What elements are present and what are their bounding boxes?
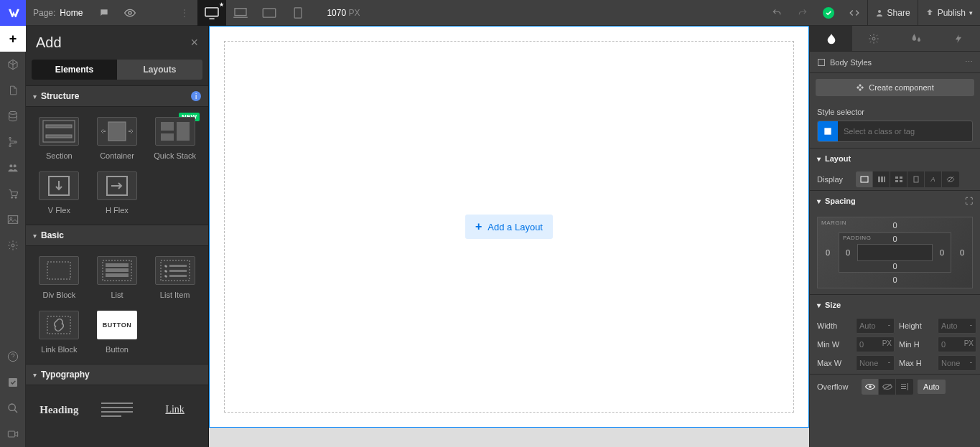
close-icon[interactable]: × xyxy=(190,35,198,50)
element-paragraph[interactable] xyxy=(88,390,146,436)
overflow-scroll[interactable] xyxy=(896,379,913,395)
svg-rect-41 xyxy=(169,275,187,277)
canvas-body[interactable]: + Add a Layout xyxy=(209,26,809,428)
spacing-section[interactable]: ▾Spacing⛶ xyxy=(810,191,980,211)
redo-icon[interactable] xyxy=(790,0,816,26)
menu-dots-icon[interactable]: ⋮ xyxy=(172,0,197,26)
overflow-visible[interactable] xyxy=(862,379,879,395)
section-typography[interactable]: ▾ Typography xyxy=(26,364,208,385)
element-link[interactable]: Link xyxy=(146,390,204,436)
padding-top[interactable]: 0 xyxy=(892,235,897,243)
comments-icon[interactable] xyxy=(91,0,117,26)
display-block[interactable] xyxy=(856,171,873,187)
layout-section[interactable]: ▾Layout xyxy=(810,149,980,169)
selector-icon xyxy=(818,121,838,141)
element-v-flex[interactable]: V Flex xyxy=(30,166,88,220)
svg-rect-49 xyxy=(824,128,831,134)
create-component-button[interactable]: Create component xyxy=(816,79,974,96)
navigator-icon[interactable] xyxy=(0,129,26,155)
mobile-device[interactable] xyxy=(284,0,312,26)
cube-icon[interactable] xyxy=(0,52,26,77)
undo-icon[interactable] xyxy=(764,0,790,26)
audit-icon[interactable] xyxy=(0,370,26,395)
padding-bottom[interactable]: 0 xyxy=(892,262,897,270)
overflow-label: Overflow xyxy=(817,382,857,391)
style-tab[interactable] xyxy=(810,26,852,51)
svg-rect-2 xyxy=(235,8,246,15)
margin-label: MARGIN xyxy=(821,220,846,226)
element-list-item[interactable]: List Item xyxy=(146,250,204,305)
laptop-device[interactable] xyxy=(226,0,255,26)
pages-icon[interactable] xyxy=(0,77,26,103)
svg-rect-45 xyxy=(101,411,133,413)
status-ok-icon[interactable] xyxy=(823,7,834,19)
display-flex[interactable] xyxy=(873,171,890,187)
help-icon[interactable] xyxy=(0,344,26,370)
interactions-tab[interactable] xyxy=(895,26,938,51)
settings-tab[interactable] xyxy=(852,26,895,51)
element-section[interactable]: Section xyxy=(30,111,88,166)
tablet-device[interactable] xyxy=(255,0,284,26)
element-h-flex[interactable]: H Flex xyxy=(88,166,146,220)
element-list[interactable]: List xyxy=(88,250,146,305)
desktop-device[interactable]: ★ xyxy=(197,0,226,26)
svg-rect-25 xyxy=(161,122,174,131)
preview-icon[interactable] xyxy=(117,0,143,26)
assets-icon[interactable] xyxy=(0,207,26,232)
overflow-auto[interactable]: Auto xyxy=(918,380,946,394)
svg-rect-4 xyxy=(295,7,302,17)
add-layout-button[interactable]: + Add a Layout xyxy=(465,215,553,239)
element-quick-stack[interactable]: NEW Quick Stack xyxy=(146,111,204,166)
element-link-block[interactable]: Link Block xyxy=(30,305,88,359)
display-none[interactable] xyxy=(942,171,959,187)
share-button[interactable]: Share xyxy=(867,0,918,26)
margin-top[interactable]: 0 xyxy=(892,221,897,230)
element-button[interactable]: BUTTON Button xyxy=(88,305,146,359)
display-inline-block[interactable] xyxy=(907,171,925,187)
size-section[interactable]: ▾Size xyxy=(810,295,980,315)
tab-elements[interactable]: Elements xyxy=(32,60,117,80)
settings-icon[interactable] xyxy=(0,232,26,258)
video-icon[interactable] xyxy=(0,421,26,447)
cms-icon[interactable] xyxy=(0,103,26,129)
svg-rect-26 xyxy=(177,122,190,141)
add-tab[interactable]: + xyxy=(0,26,26,52)
margin-bottom[interactable]: 0 xyxy=(892,276,897,284)
page-name[interactable]: Home xyxy=(60,8,91,18)
width-label: Width xyxy=(817,321,851,330)
code-icon[interactable] xyxy=(841,0,867,26)
canvas-width: 1070 PX xyxy=(312,8,374,18)
svg-point-19 xyxy=(9,404,15,410)
section-structure[interactable]: ▾ Structure i xyxy=(26,85,208,107)
display-grid[interactable] xyxy=(890,171,907,187)
expand-icon[interactable]: ⛶ xyxy=(965,197,973,205)
users-icon[interactable] xyxy=(0,155,26,181)
height-label: Height xyxy=(899,321,933,330)
info-icon[interactable]: i xyxy=(191,91,201,101)
tab-layouts[interactable]: Layouts xyxy=(117,60,202,80)
section-basic[interactable]: ▾ Basic xyxy=(26,225,208,246)
element-heading[interactable]: Heading xyxy=(30,390,88,436)
padding-right[interactable]: 0 xyxy=(940,248,944,257)
svg-rect-56 xyxy=(895,180,898,182)
element-div-block[interactable]: Div Block xyxy=(30,250,88,305)
publish-button[interactable]: Publish ▾ xyxy=(918,0,980,26)
overflow-hidden[interactable] xyxy=(879,379,896,395)
ecommerce-icon[interactable] xyxy=(0,181,26,207)
svg-rect-14 xyxy=(8,216,17,224)
svg-rect-50 xyxy=(861,177,868,182)
minh-label: Min H xyxy=(899,340,933,349)
element-container[interactable]: Container xyxy=(88,111,146,166)
svg-point-38 xyxy=(164,270,167,273)
webflow-logo[interactable] xyxy=(0,0,26,26)
effects-tab[interactable] xyxy=(938,26,980,51)
svg-rect-24 xyxy=(108,122,126,141)
svg-point-7 xyxy=(9,137,11,139)
padding-left[interactable]: 0 xyxy=(846,248,850,257)
style-selector-input[interactable] xyxy=(817,121,973,142)
margin-left[interactable]: 0 xyxy=(826,248,830,257)
more-icon[interactable]: ⋯ xyxy=(965,57,973,67)
margin-right[interactable]: 0 xyxy=(960,248,964,257)
display-inline[interactable]: A xyxy=(925,171,942,187)
search-icon[interactable] xyxy=(0,395,26,421)
